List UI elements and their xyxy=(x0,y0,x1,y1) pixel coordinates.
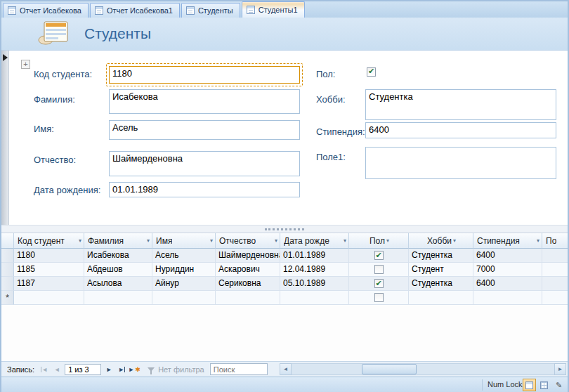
otchestvo-input[interactable]: Шаймерденовна xyxy=(109,151,300,176)
cell-familia[interactable] xyxy=(84,291,152,305)
tab-studenty[interactable]: Студенты xyxy=(181,3,240,18)
column-header-hobbi[interactable]: Хобби▾ xyxy=(409,233,473,249)
column-header-familia[interactable]: Фамилия▾ xyxy=(84,233,152,249)
design-view-button[interactable]: ✎ xyxy=(552,379,565,391)
pol-checkbox[interactable] xyxy=(374,279,384,288)
cell-kod[interactable] xyxy=(14,291,84,305)
no-filter-button[interactable]: Нет фильтра xyxy=(148,365,204,374)
tab-otchet-isabekova[interactable]: Отчет Исабекова xyxy=(3,3,89,18)
familia-input[interactable]: Исабекова xyxy=(109,89,300,114)
splitter-bar[interactable] xyxy=(1,225,568,233)
scrollbar-thumb[interactable] xyxy=(362,364,417,374)
cell-pole1[interactable] xyxy=(542,249,568,263)
cell-stipendia[interactable]: 6400 xyxy=(473,249,542,263)
select-all-cell[interactable] xyxy=(1,233,14,249)
cell-familia[interactable]: Исабекова xyxy=(84,249,152,263)
cell-data[interactable] xyxy=(280,291,349,305)
column-dropdown-icon[interactable]: ▾ xyxy=(79,237,81,244)
cell-hobbi[interactable]: Студентка xyxy=(409,249,473,263)
search-input[interactable] xyxy=(210,363,268,375)
pol-checkbox[interactable] xyxy=(374,293,384,302)
hobbi-input[interactable]: Студентка xyxy=(365,89,556,120)
tab-studenty1-active[interactable]: Студенты1 xyxy=(242,1,305,18)
row-selector[interactable] xyxy=(1,263,14,277)
table-row[interactable]: 1187 Асылова Айнур Сериковна 05.10.1989 … xyxy=(1,277,568,291)
table-row[interactable]: 1185 Абдешов Нуриддин Аскарович 12.04.19… xyxy=(1,263,568,277)
cell-pol[interactable] xyxy=(349,291,409,305)
cell-imya[interactable] xyxy=(152,291,216,305)
table-row[interactable]: 1180 Исабекова Асель Шаймерденовна 01.01… xyxy=(1,249,568,263)
horizontal-scrollbar[interactable]: ◄ ► xyxy=(280,363,566,375)
cell-pole1[interactable] xyxy=(542,291,568,305)
tab-otchet-isabekova1[interactable]: Отчет Исабекова1 xyxy=(90,3,180,18)
pol-checkbox[interactable] xyxy=(374,251,384,260)
column-dropdown-icon[interactable]: ▾ xyxy=(344,237,346,244)
pole1-input[interactable] xyxy=(365,147,556,179)
column-dropdown-icon[interactable]: ▾ xyxy=(537,237,539,244)
cell-familia[interactable]: Абдешов xyxy=(84,263,152,277)
cell-kod[interactable]: 1187 xyxy=(14,277,84,291)
cell-pol[interactable] xyxy=(349,277,409,291)
cell-otchestvo[interactable]: Шаймерденовна xyxy=(216,249,280,263)
cell-otchestvo[interactable]: Аскарович xyxy=(216,263,280,277)
record-selector-bar[interactable] xyxy=(1,51,9,225)
column-dropdown-icon[interactable]: ▾ xyxy=(210,237,213,244)
scroll-right-button[interactable]: ► xyxy=(554,363,566,375)
cell-imya[interactable]: Асель xyxy=(152,249,216,263)
cell-stipendia[interactable] xyxy=(473,291,542,305)
new-record-marker[interactable]: * xyxy=(1,291,14,305)
cell-familia[interactable]: Асылова xyxy=(84,277,152,291)
cell-kod[interactable]: 1185 xyxy=(14,263,84,277)
cell-imya[interactable]: Нуриддин xyxy=(152,263,216,277)
first-record-button[interactable]: ◄ xyxy=(38,363,51,375)
previous-record-button[interactable]: ◄ xyxy=(51,363,63,375)
cell-stipendia[interactable]: 6400 xyxy=(473,277,542,291)
column-header-kod[interactable]: Код студент▾ xyxy=(14,233,84,249)
layout-move-handle-icon[interactable]: + xyxy=(21,60,30,69)
datasheet-view-button[interactable] xyxy=(537,379,551,391)
scrollbar-track[interactable] xyxy=(292,363,554,375)
cell-otchestvo[interactable]: Сериковна xyxy=(216,277,280,291)
next-record-button[interactable]: ► xyxy=(103,363,115,375)
cell-data[interactable]: 12.04.1989 xyxy=(280,263,349,277)
column-dropdown-icon[interactable]: ▾ xyxy=(453,237,456,244)
new-record-button[interactable]: ►✱ xyxy=(128,363,140,375)
row-selector[interactable] xyxy=(1,277,14,291)
record-position-box[interactable]: 1 из 3 xyxy=(65,364,101,375)
column-dropdown-icon[interactable]: ▾ xyxy=(147,237,150,244)
cell-imya[interactable]: Айнур xyxy=(152,277,216,291)
new-record-row[interactable]: * xyxy=(1,291,568,305)
cell-hobbi[interactable] xyxy=(409,291,473,305)
column-header-data-rozhdeniya[interactable]: Дата рожде▾ xyxy=(280,233,349,249)
row-selector[interactable] xyxy=(1,249,14,263)
scroll-left-button[interactable]: ◄ xyxy=(280,363,292,375)
cell-hobbi[interactable]: Студентка xyxy=(409,277,473,291)
column-dropdown-icon[interactable]: ▾ xyxy=(386,237,389,244)
cell-pole1[interactable] xyxy=(542,277,568,291)
column-header-otchestvo[interactable]: Отчество▾ xyxy=(216,233,280,249)
kod-input[interactable]: 1180 xyxy=(109,66,300,84)
cell-data[interactable]: 05.10.1989 xyxy=(280,277,349,291)
column-header-stipendia[interactable]: Стипендия▾ xyxy=(473,233,542,249)
pol-checkbox[interactable] xyxy=(374,265,384,274)
cell-kod[interactable]: 1180 xyxy=(14,249,84,263)
data-rozhdeniya-input[interactable]: 01.01.1989 xyxy=(109,182,300,197)
last-record-button[interactable]: ► xyxy=(115,363,128,375)
form-view-button[interactable] xyxy=(523,379,536,391)
cell-pol[interactable] xyxy=(349,263,409,277)
cell-otchestvo[interactable] xyxy=(216,291,280,305)
stipendia-input[interactable]: 6400 xyxy=(365,122,556,138)
imya-input[interactable]: Асель xyxy=(109,120,300,140)
cell-pol[interactable] xyxy=(349,249,409,263)
column-header-pol[interactable]: Пол▾ xyxy=(349,233,409,249)
cell-pole1[interactable] xyxy=(542,263,568,277)
pol-checkbox[interactable] xyxy=(367,67,376,77)
column-header-pole1[interactable]: По xyxy=(542,233,568,249)
record-navigation-bar: Запись: ◄ ◄ 1 из 3 ► ► ►✱ Нет фильтра ◄ … xyxy=(1,361,568,377)
cell-data[interactable]: 01.01.1989 xyxy=(280,249,349,263)
form-icon xyxy=(247,6,255,14)
cell-hobbi[interactable]: Студент xyxy=(409,263,473,277)
column-dropdown-icon[interactable]: ▾ xyxy=(275,237,277,244)
column-header-imya[interactable]: Имя▾ xyxy=(152,233,216,249)
cell-stipendia[interactable]: 7000 xyxy=(473,263,542,277)
